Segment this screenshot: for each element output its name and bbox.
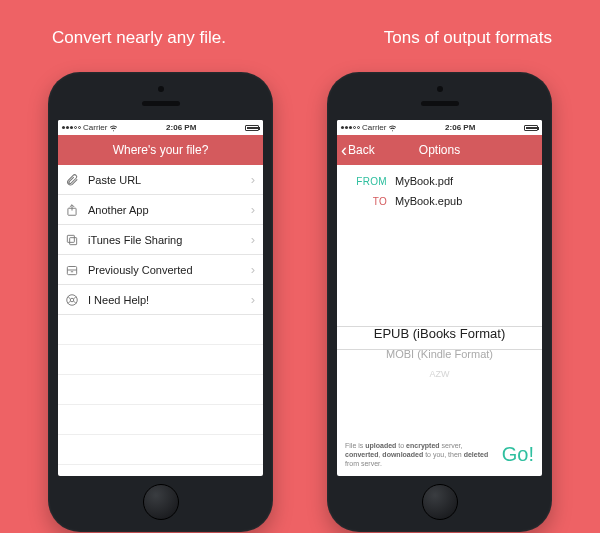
empty-row <box>58 315 263 345</box>
list-item-label: I Need Help! <box>88 294 243 306</box>
svg-rect-2 <box>70 237 77 244</box>
empty-row <box>58 345 263 375</box>
picker-row[interactable]: AZW <box>337 364 542 380</box>
back-button[interactable]: ‹ Back <box>341 143 375 157</box>
from-label: FROM <box>345 176 387 187</box>
footer: File is uploaded to encrypted server, co… <box>337 435 542 476</box>
paperclip-icon <box>64 173 80 187</box>
status-bar: Carrier 2:06 PM <box>58 120 263 135</box>
home-button[interactable] <box>422 484 458 520</box>
phone-camera <box>158 86 164 92</box>
from-row: FROM MyBook.pdf <box>337 171 542 191</box>
svg-point-7 <box>392 130 393 131</box>
format-picker[interactable]: EPUB (iBooks Format) MOBI (Kindle Format… <box>337 290 542 380</box>
svg-point-0 <box>113 130 114 131</box>
empty-row <box>58 375 263 405</box>
to-value: MyBook.epub <box>395 195 462 207</box>
chevron-left-icon: ‹ <box>341 144 347 156</box>
clock: 2:06 PM <box>445 123 475 132</box>
list-item[interactable]: Paste URL › <box>58 165 263 195</box>
to-label: TO <box>345 196 387 207</box>
clock: 2:06 PM <box>166 123 196 132</box>
svg-point-6 <box>70 298 74 302</box>
battery-icon <box>524 125 538 131</box>
share-icon <box>64 203 80 217</box>
source-list: Paste URL › Another App › iTunes File Sh… <box>58 165 263 465</box>
phone-frame-left: Carrier 2:06 PM Where's your file? Paste… <box>48 72 273 532</box>
archive-icon <box>64 263 80 277</box>
list-item-label: iTunes File Sharing <box>88 234 243 246</box>
signal-icon <box>62 126 81 129</box>
page-title: Options <box>419 143 460 157</box>
list-item[interactable]: iTunes File Sharing › <box>58 225 263 255</box>
chevron-right-icon: › <box>251 172 255 187</box>
caption-right: Tons of output formats <box>384 28 552 48</box>
list-item-label: Previously Converted <box>88 264 243 276</box>
chevron-right-icon: › <box>251 202 255 217</box>
caption-left: Convert nearly any file. <box>52 28 226 48</box>
nav-bar: Where's your file? <box>58 135 263 165</box>
phone-camera <box>437 86 443 92</box>
carrier-label: Carrier <box>362 123 386 132</box>
chevron-right-icon: › <box>251 232 255 247</box>
chevron-right-icon: › <box>251 292 255 307</box>
page-title: Where's your file? <box>113 143 209 157</box>
list-item-label: Another App <box>88 204 243 216</box>
copy-icon <box>64 233 80 247</box>
disclaimer-text: File is uploaded to encrypted server, co… <box>345 441 496 468</box>
to-row: TO MyBook.epub <box>337 191 542 211</box>
screen-left: Carrier 2:06 PM Where's your file? Paste… <box>58 120 263 476</box>
phone-frame-right: Carrier 2:06 PM ‹ Back Options FROM MyBo… <box>327 72 552 532</box>
screen-right: Carrier 2:06 PM ‹ Back Options FROM MyBo… <box>337 120 542 476</box>
wifi-icon <box>109 124 117 132</box>
status-bar: Carrier 2:06 PM <box>337 120 542 135</box>
nav-bar: ‹ Back Options <box>337 135 542 165</box>
wifi-icon <box>388 124 396 132</box>
carrier-label: Carrier <box>83 123 107 132</box>
go-button[interactable]: Go! <box>502 443 534 466</box>
battery-icon <box>245 125 259 131</box>
svg-rect-4 <box>67 266 76 274</box>
list-item[interactable]: Another App › <box>58 195 263 225</box>
empty-row <box>58 435 263 465</box>
phone-speaker <box>421 101 459 106</box>
home-button[interactable] <box>143 484 179 520</box>
chevron-right-icon: › <box>251 262 255 277</box>
picker-selection-bar <box>337 326 542 350</box>
back-label: Back <box>348 143 375 157</box>
from-value: MyBook.pdf <box>395 175 453 187</box>
signal-icon <box>341 126 360 129</box>
list-item-label: Paste URL <box>88 174 243 186</box>
help-icon <box>64 293 80 307</box>
phone-speaker <box>142 101 180 106</box>
svg-rect-3 <box>67 235 74 242</box>
list-item[interactable]: I Need Help! › <box>58 285 263 315</box>
empty-row <box>58 405 263 435</box>
list-item[interactable]: Previously Converted › <box>58 255 263 285</box>
